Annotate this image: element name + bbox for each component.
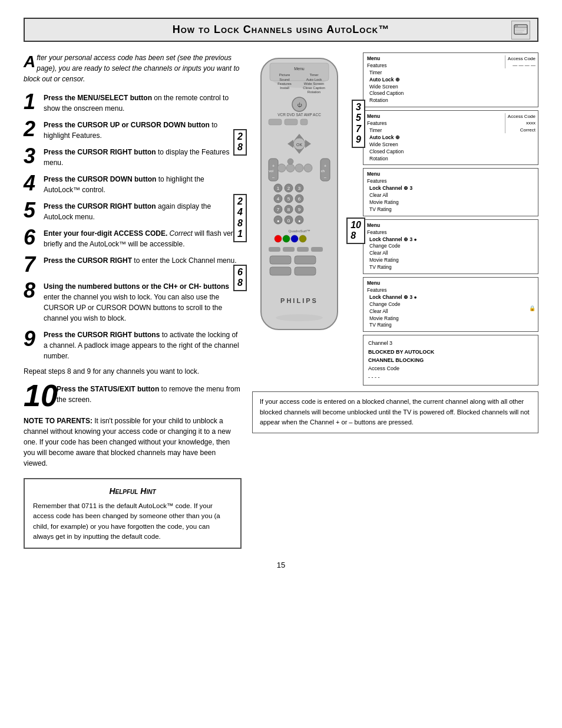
svg-text:5: 5: [287, 196, 290, 202]
helpful-hint-box: Helpful Hint Remember that 0711 is the d…: [24, 478, 242, 549]
menu-box-2-item4: Closed Caption: [367, 149, 534, 156]
step-6-number: 6: [24, 227, 40, 248]
drop-cap: A: [24, 54, 35, 70]
svg-point-71: [283, 235, 290, 242]
step-7-number: 7: [24, 254, 40, 275]
menu-box-2: Menu Features Timer Auto Lock ⊕ Wide Scr…: [363, 110, 538, 165]
menu-box-5-item3: Clear All: [367, 308, 534, 315]
remote-diagram: 28 2481 68 3579 108 Menu Picture: [252, 52, 346, 386]
svg-text:PHILIPS: PHILIPS: [280, 297, 318, 304]
svg-point-43: [304, 164, 312, 172]
note-box: NOTE TO PARENTS: It isn't possible for y…: [24, 416, 242, 469]
menu-box-3-item1: Lock Channel ⊕ 3: [367, 185, 534, 192]
svg-text:OK: OK: [296, 143, 302, 147]
svg-text:Features: Features: [277, 82, 292, 85]
svg-text:Auto Lock: Auto Lock: [306, 78, 323, 81]
svg-rect-81: [295, 267, 316, 275]
blocked-label: BLOCKED BY AUTOLOCK: [368, 348, 533, 356]
access-code-value: - - - -: [368, 373, 533, 381]
menu-box-4-item4: Movie Rating: [367, 257, 534, 264]
step-9: 9 Press the CURSOR RIGHT buttons to acti…: [24, 330, 242, 361]
svg-text:Picture: Picture: [279, 73, 290, 77]
blocked-channel: Channel 3: [368, 339, 533, 347]
remote-svg: Menu Picture Sound Features Install Time…: [252, 52, 346, 335]
svg-text:●: ●: [298, 219, 300, 223]
menu-box-4-subtitle: Features: [367, 229, 534, 236]
svg-rect-0: [514, 25, 527, 34]
svg-rect-23: [269, 119, 282, 125]
menu-box-4-item1: Lock Channel ⊕ 3 ●: [367, 236, 534, 243]
svg-rect-79: [295, 256, 316, 264]
menu-box-3-item4: TV Rating: [367, 206, 534, 213]
blocked-box: Channel 3 BLOCKED BY AUTOLOCK CHANNEL BL…: [363, 335, 538, 386]
svg-text:VCR DVD SAT AMP ACC: VCR DVD SAT AMP ACC: [277, 113, 321, 117]
menu-box-1-item4: Closed Caption: [367, 90, 534, 97]
step-8-text: Using the numbered buttons or the CH+ or…: [44, 281, 242, 324]
step-10-number: 10: [24, 380, 54, 411]
svg-text:+: +: [272, 164, 275, 168]
svg-rect-77: [311, 247, 323, 252]
step-4-text: Press the CURSOR DOWN button to highligh…: [44, 174, 242, 195]
svg-rect-78: [270, 256, 291, 264]
menu-box-1: Menu Features Timer Auto Lock ⊕ Wide Scr…: [363, 52, 538, 107]
svg-text:⏻: ⏻: [297, 103, 302, 108]
badge-10-8: 108: [346, 218, 365, 244]
svg-text:–: –: [324, 175, 326, 179]
menu-box-1-item1: Timer: [367, 70, 534, 77]
page: How to Lock Channels using AutoLock™ A f…: [0, 0, 562, 728]
svg-text:Sound: Sound: [279, 78, 289, 81]
helpful-hint-text: Remember that 0711 is the default AutoLo…: [33, 501, 232, 542]
svg-text:Install: Install: [280, 86, 289, 90]
svg-text:4: 4: [277, 196, 280, 202]
svg-point-83: [276, 314, 323, 321]
left-column: A fter your personal access code has bee…: [24, 52, 242, 549]
menu-box-5-title: Menu: [367, 280, 534, 287]
step-8-number: 8: [24, 280, 40, 301]
svg-text:Rotation: Rotation: [308, 90, 320, 94]
intro-text: A fter your personal access code has bee…: [24, 52, 242, 84]
svg-text:1: 1: [277, 186, 280, 191]
steps-list: 1 Press the MENU/SELECT button on the re…: [24, 93, 242, 361]
step-8: 8 Using the numbered buttons or the CH+ …: [24, 281, 242, 324]
svg-point-41: [286, 164, 295, 172]
svg-text:6: 6: [298, 196, 301, 202]
svg-text:–: –: [272, 175, 275, 179]
svg-rect-80: [270, 267, 291, 275]
svg-point-72: [291, 235, 298, 242]
svg-point-3: [517, 25, 518, 27]
step-3: 3 Press the CURSOR RIGHT button to displ…: [24, 147, 242, 168]
badge-6-8: 68: [233, 265, 247, 291]
svg-text:ch: ch: [321, 169, 325, 173]
step-3-text: Press the CURSOR RIGHT button to display…: [44, 147, 242, 168]
step-9-number: 9: [24, 328, 40, 350]
badge-2-4-8-1: 2481: [233, 194, 247, 242]
menu-boxes-column: Menu Features Timer Auto Lock ⊕ Wide Scr…: [363, 52, 538, 386]
menu-box-4-item2: Change Code: [367, 243, 534, 250]
step-2-text: Press the CURSOR UP or CURSOR DOWN butto…: [44, 120, 242, 141]
menu-box-5-item2: Change Code: [367, 301, 534, 308]
menu-box-5-item1: Lock Channel ⊕ 3 ●: [367, 294, 534, 301]
menu-box-1-item5: Rotation: [367, 97, 534, 104]
menu-box-1-item3: Wide Screen: [367, 84, 534, 91]
step-5: 5 Press the CURSOR RIGHT button again di…: [24, 201, 242, 222]
intro-body: fter your personal access code has been …: [24, 54, 239, 83]
step-9-text: Press the CURSOR RIGHT buttons to activa…: [44, 330, 242, 361]
menu-box-2-access: Access CodexxxxCorrect: [505, 113, 535, 133]
menu-box-4: Menu Features Lock Channel ⊕ 3 ● Change …: [363, 219, 538, 274]
step-4: 4 Press the CURSOR DOWN button to highli…: [24, 174, 242, 195]
svg-point-44: [287, 159, 293, 164]
svg-point-2: [515, 25, 517, 27]
svg-text:Wide Screen: Wide Screen: [304, 82, 324, 85]
svg-text:7: 7: [277, 207, 280, 212]
svg-point-70: [275, 235, 282, 242]
step-5-text: Press the CURSOR RIGHT button again disp…: [44, 201, 242, 222]
step-10-text: Press the STATUS/EXIT button to remove t…: [57, 380, 242, 405]
title-icon: [511, 21, 530, 39]
svg-text:0: 0: [287, 218, 290, 223]
main-content: A fter your personal access code has bee…: [24, 52, 538, 549]
step-7: 7 Press the CURSOR RIGHT to enter the Lo…: [24, 255, 242, 275]
badge-3-5-7-9: 3579: [352, 100, 365, 148]
menu-box-3-item2: Clear All: [367, 192, 534, 199]
svg-text:Timer: Timer: [309, 73, 318, 77]
svg-text:8: 8: [287, 207, 290, 212]
